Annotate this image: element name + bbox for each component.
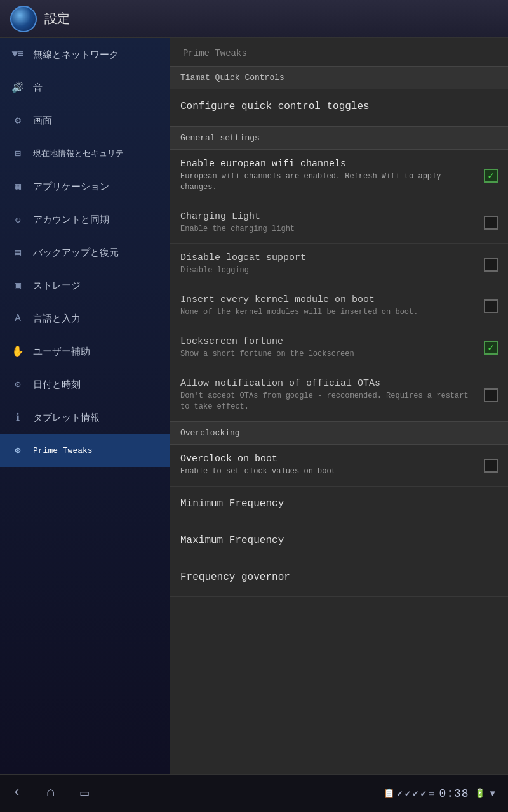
signal-icon: ▼ [490,789,495,799]
setting-wifi-channels[interactable]: Enable european wifi channelsEuropean wi… [170,150,508,202]
sidebar-item-accessibility[interactable]: ✋ユーザー補助 [0,335,170,368]
setting-text-wifi-channels: Enable european wifi channelsEuropean wi… [180,159,476,193]
sidebar-item-display[interactable]: ⚙画面 [0,104,170,137]
sidebar-icon-backup: ▤ [10,245,25,260]
status-icon-1: 📋 [384,788,394,799]
sidebar-label-accessibility: ユーザー補助 [33,346,90,358]
setting-max-freq[interactable]: Maximum Frequency [170,523,508,560]
setting-title-lockscreen-fortune: Lockscreen fortune [180,336,476,347]
sidebar-icon-apps: ▦ [10,179,25,194]
section-header-tiamat: Tiamat Quick Controls [170,66,508,89]
section-header-overclocking: Overclocking [170,421,508,445]
setting-text-lockscreen-fortune: Lockscreen fortuneShow a short fortune o… [180,336,476,360]
sidebar-icon-wireless: ▼≡ [10,47,25,62]
sidebar-item-accounts[interactable]: ↻アカウントと同期 [0,203,170,236]
setting-kernel-modules[interactable]: Insert every kernel module on bootNone o… [170,285,508,327]
setting-title-wifi-channels: Enable european wifi channels [180,159,476,169]
setting-desc-disable-logcat: Disable logging [180,265,476,276]
checkbox-wifi-channels[interactable]: ✓ [484,169,498,183]
setting-text-ota-notification: Allow notification of official OTAsDon't… [180,378,476,412]
sidebar-item-primetweaks[interactable]: ⊛Prime Tweaks [0,434,170,467]
setting-ota-notification[interactable]: Allow notification of official OTAsDon't… [170,369,508,422]
checkbox-charging-light[interactable]: ✓ [484,216,498,230]
bottom-status: 📋 ✔ ✔ ✔ ✔ ▭ 0:38 🔋 ▼ [384,787,495,800]
clock-display: 0:38 [439,787,469,800]
sidebar-icon-accessibility: ✋ [10,344,25,359]
battery-icon: 🔋 [474,788,485,799]
status-icon-3: ✔ [405,788,410,799]
top-bar: 設定 [0,0,508,38]
status-icon-2: ✔ [397,788,402,799]
sidebar-label-display: 画面 [33,115,52,127]
sidebar-label-language: 言語と入力 [33,313,81,325]
sidebar-label-primetweaks: Prime Tweaks [33,446,93,455]
sidebar-icon-language: A [10,311,25,326]
app-logo [10,6,37,32]
sidebar-label-accounts: アカウントと同期 [33,214,109,226]
sidebar-icon-storage: ▣ [10,278,25,293]
setting-text-overclock-boot: Overclock on bootEnable to set clock val… [180,454,476,477]
sidebar-label-tablet: タブレット情報 [33,412,100,424]
bottom-bar: ‹ ⌂ ▭ 📋 ✔ ✔ ✔ ✔ ▭ 0:38 🔋 ▼ [0,774,508,812]
status-icon-5: ✔ [421,788,426,799]
setting-title-charging-light: Charging Light [180,211,476,222]
setting-title-disable-logcat: Disable logcat support [180,252,476,263]
checkbox-disable-logcat[interactable]: ✓ [484,258,498,272]
sidebar-icon-security: ⊞ [10,146,25,161]
sidebar-label-apps: アプリケーション [33,181,109,193]
sidebar-label-backup: バックアップと復元 [33,247,119,259]
sidebar-label-wireless: 無線とネットワーク [33,49,119,61]
setting-title-overclock-boot: Overclock on boot [180,454,476,464]
sidebar-label-sound: 音 [33,82,43,94]
setting-freq-governor[interactable]: Frequency governor [170,560,508,597]
setting-title-freq-governor: Frequency governor [180,572,498,583]
section-header-general: General settings [170,126,508,150]
home-button[interactable]: ⌂ [46,785,55,802]
setting-quick-controls[interactable]: Configure quick control toggles [170,89,508,126]
sidebar-item-language[interactable]: A言語と入力 [0,302,170,335]
sidebar-item-sound[interactable]: 🔊音 [0,71,170,104]
sidebar-item-wireless[interactable]: ▼≡無線とネットワーク [0,38,170,71]
sidebar-item-apps[interactable]: ▦アプリケーション [0,170,170,203]
sidebar-icon-display: ⚙ [10,113,25,128]
sidebar-label-security: 現在地情報とセキュリテ [33,148,124,159]
checkmark-lockscreen-fortune: ✓ [488,341,494,354]
sidebar-icon-primetweaks: ⊛ [10,443,25,458]
setting-min-freq[interactable]: Minimum Frequency [170,487,508,523]
checkbox-overclock-boot[interactable]: ✓ [484,459,498,473]
back-button[interactable]: ‹ [13,785,21,802]
battery-outline-icon: ▭ [429,788,434,799]
bottom-nav: ‹ ⌂ ▭ [13,785,89,802]
setting-disable-logcat[interactable]: Disable logcat supportDisable logging✓ [170,244,508,285]
setting-charging-light[interactable]: Charging LightEnable the charging light✓ [170,202,508,244]
setting-desc-wifi-channels: European wifi channels are enabled. Refr… [180,171,476,193]
app-title: 設定 [44,10,70,27]
setting-title-min-freq: Minimum Frequency [180,498,498,509]
sidebar-item-tablet[interactable]: ℹタブレット情報 [0,401,170,434]
checkmark-wifi-channels: ✓ [488,169,494,182]
main-content: ▼≡無線とネットワーク🔊音⚙画面⊞現在地情報とセキュリテ▦アプリケーション↻アカ… [0,38,508,774]
sidebar-item-storage[interactable]: ▣ストレージ [0,269,170,302]
setting-text-charging-light: Charging LightEnable the charging light [180,211,476,235]
sidebar-icon-datetime: ⊙ [10,377,25,392]
sidebar-item-security[interactable]: ⊞現在地情報とセキュリテ [0,137,170,170]
setting-desc-lockscreen-fortune: Show a short fortune on the lockscreen [180,349,476,360]
sidebar-item-backup[interactable]: ▤バックアップと復元 [0,236,170,269]
setting-title-ota-notification: Allow notification of official OTAs [180,378,476,389]
checkbox-lockscreen-fortune[interactable]: ✓ [484,341,498,355]
checkbox-ota-notification[interactable]: ✓ [484,388,498,402]
setting-title-max-freq: Maximum Frequency [180,535,498,546]
setting-title-kernel-modules: Insert every kernel module on boot [180,294,476,305]
setting-overclock-boot[interactable]: Overclock on bootEnable to set clock val… [170,445,508,487]
status-icon-4: ✔ [413,788,418,799]
sidebar-item-datetime[interactable]: ⊙日付と時刻 [0,368,170,401]
right-panel: Prime Tweaks Tiamat Quick ControlsConfig… [170,38,508,774]
sidebar-icon-sound: 🔊 [10,80,25,95]
panel-title: Prime Tweaks [170,38,508,66]
sidebar-icon-accounts: ↻ [10,212,25,227]
recent-button[interactable]: ▭ [80,785,88,802]
setting-lockscreen-fortune[interactable]: Lockscreen fortuneShow a short fortune o… [170,327,508,369]
checkbox-kernel-modules[interactable]: ✓ [484,299,498,313]
setting-desc-ota-notification: Don't accept OTAs from google - reccomen… [180,391,476,412]
setting-desc-kernel-modules: None of the kernel modules will be inser… [180,307,476,318]
